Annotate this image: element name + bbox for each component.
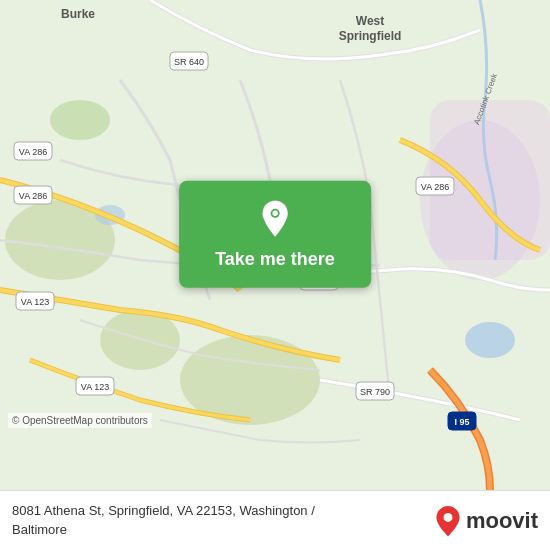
take-me-there-button[interactable]: Take me there (179, 181, 371, 288)
moovit-logo: moovit (434, 505, 538, 537)
svg-point-9 (465, 322, 515, 358)
svg-text:VA 123: VA 123 (21, 297, 49, 307)
svg-text:VA 286: VA 286 (19, 147, 47, 157)
svg-text:West: West (356, 14, 384, 28)
svg-text:VA 286: VA 286 (421, 182, 449, 192)
map-container: VA 286 VA 286 VA 286 VA 123 VA 123 SR 64… (0, 0, 550, 490)
svg-text:SR 790: SR 790 (360, 387, 390, 397)
svg-text:I 95: I 95 (454, 417, 469, 427)
moovit-brand-name: moovit (466, 508, 538, 534)
svg-text:SR 640: SR 640 (174, 57, 204, 67)
button-label: Take me there (215, 249, 335, 270)
svg-point-34 (443, 513, 452, 522)
location-pin-icon (257, 199, 293, 239)
svg-point-33 (272, 211, 277, 216)
button-overlay: Take me there (179, 181, 371, 288)
svg-text:VA 286: VA 286 (19, 191, 47, 201)
svg-text:Burke: Burke (61, 7, 95, 21)
osm-attribution: © OpenStreetMap contributors (8, 413, 152, 428)
footer-address: 8081 Athena St, Springfield, VA 22153, W… (12, 502, 426, 538)
svg-text:Springfield: Springfield (339, 29, 402, 43)
svg-point-4 (50, 100, 110, 140)
moovit-pin-icon (434, 505, 462, 537)
footer: 8081 Athena St, Springfield, VA 22153, W… (0, 490, 550, 550)
svg-text:VA 123: VA 123 (81, 382, 109, 392)
